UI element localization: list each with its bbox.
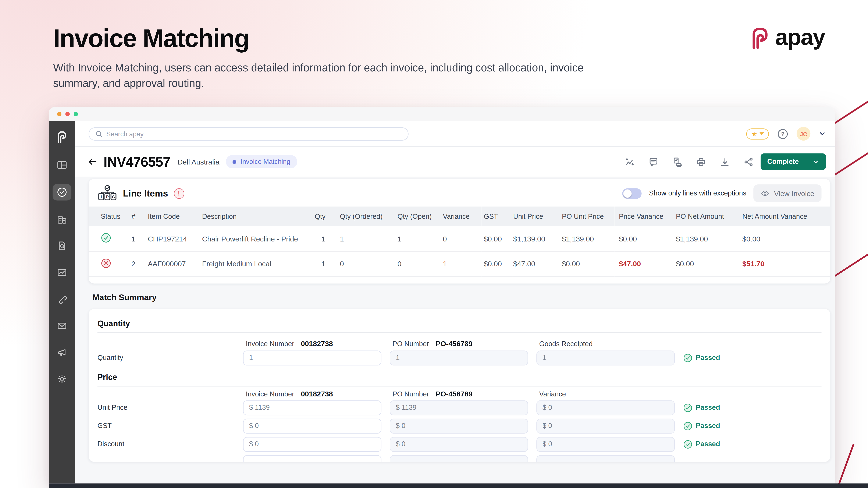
view-invoice-button[interactable]: View Invoice (753, 184, 822, 202)
third-value-input[interactable]: 1 (536, 350, 675, 365)
invoice-number-header: Invoice Number00182738 (243, 390, 381, 398)
cell-unit_price: $1,139.00 (513, 226, 561, 251)
sidebar-item-integrations[interactable] (53, 291, 71, 307)
po-value-input[interactable]: $ 0 (390, 437, 528, 452)
apay-logo-icon (749, 25, 771, 50)
status-badge: Invoice Matching (226, 155, 297, 168)
row-label: Discount (97, 440, 235, 448)
po-number-header: PO NumberPO-456789 (390, 390, 528, 398)
column-header: Item Code (143, 207, 198, 226)
sidebar-item-dashboard[interactable] (53, 157, 71, 173)
eye-icon (761, 189, 770, 197)
third-value-input[interactable] (536, 455, 675, 461)
share-icon[interactable] (743, 156, 754, 167)
sidebar-item-mail[interactable] (53, 318, 71, 333)
failed-status-icon (101, 258, 111, 268)
column-header: PO Net Amount (675, 207, 742, 226)
comments-icon[interactable] (648, 156, 659, 167)
cell-unit_price: $47.00 (513, 251, 561, 276)
bottom-band (49, 483, 868, 488)
window-control-dot[interactable] (65, 112, 70, 116)
print-icon[interactable] (696, 156, 707, 167)
po-value-input[interactable]: $ 0 (390, 419, 528, 433)
table-row[interactable]: 1CHP197214Chair Powerlift Recline - Prid… (89, 226, 830, 251)
invoice-value-input[interactable]: $ 0 (243, 437, 381, 452)
po-number-header: PO NumberPO-456789 (390, 339, 528, 348)
cell-line: 1 (124, 226, 143, 251)
sidebar-item-matching[interactable] (53, 184, 71, 200)
marketing-page: Invoice Matching With Invoice Matching, … (0, 0, 868, 488)
cell-gst: $0.00 (482, 251, 513, 276)
column-header: Qty (Ordered) (332, 207, 390, 226)
table-row[interactable]: 2AAF000007Freight Medium Local1001$0.00$… (89, 251, 830, 276)
chevron-down-icon[interactable] (819, 130, 826, 138)
summary-row-partial (97, 455, 822, 461)
passed-badge: Passed (683, 439, 822, 449)
section-header-row: Invoice Number00182738 PO NumberPO-45678… (97, 390, 822, 399)
cell-gst: $0.00 (482, 226, 513, 251)
section-title: Quantity (97, 318, 822, 328)
cell-description: Chair Powerlift Recline - Pride (198, 226, 309, 251)
third-value-input[interactable]: $ 0 (536, 437, 675, 452)
passed-badge: Passed (683, 403, 822, 412)
download-icon[interactable] (720, 156, 730, 167)
window-control-dot[interactable] (57, 112, 61, 116)
goods-receipt-icon[interactable] (672, 156, 683, 167)
po-value-input[interactable] (390, 455, 528, 461)
third-value-input[interactable]: $ 0 (536, 400, 675, 415)
column-header: Qty (Open) (390, 207, 438, 226)
cell-variance: 1 (438, 251, 482, 276)
exceptions-toggle[interactable] (622, 188, 642, 199)
content-area: I P G Line Items ! Show only lines with … (75, 177, 835, 484)
cell-price_variance: $0.00 (615, 226, 675, 251)
invoice-value-input[interactable]: 1 (243, 350, 381, 365)
sidebar-item-document-search[interactable] (53, 238, 71, 253)
window-control-dot[interactable] (73, 112, 78, 116)
sidebar-item-settings[interactable] (53, 371, 71, 387)
favorites-button[interactable]: ★ (746, 128, 769, 139)
help-icon[interactable]: ? (777, 128, 788, 139)
sidebar-apay-logo-icon[interactable] (56, 130, 68, 144)
search-input[interactable]: Search apay (89, 127, 409, 141)
cell-qty: 1 (309, 226, 332, 251)
decorative-line (832, 444, 854, 488)
cell-po_unit_price: $0.00 (561, 251, 615, 276)
app-topbar: Search apay ★ ? JC (75, 121, 835, 147)
cell-po_net_amount: $0.00 (675, 251, 742, 276)
brand-logo: apay (749, 24, 825, 51)
invoice-value-input[interactable]: $ 1139 (243, 400, 381, 415)
po-value-input[interactable]: $ 1139 (390, 400, 528, 415)
section-divider (97, 332, 822, 333)
status-cell (89, 251, 124, 276)
cell-description: Freight Medium Local (198, 251, 309, 276)
complete-button[interactable]: Complete (761, 153, 826, 170)
cell-qty_open: 1 (390, 226, 438, 251)
cell-qty_ordered: 1 (332, 226, 390, 251)
passed-status-icon (101, 233, 111, 243)
svg-text:I: I (101, 194, 102, 199)
back-button[interactable] (88, 157, 97, 166)
invoice-value-input[interactable]: $ 0 (243, 419, 381, 433)
column-header: Variance (438, 207, 482, 226)
invoice-number-header: Invoice Number00182738 (243, 339, 381, 348)
brand-name: apay (775, 24, 825, 51)
ai-insights-icon[interactable] (624, 156, 635, 167)
third-column-header: Variance (536, 390, 675, 398)
passed-check-icon (683, 353, 692, 362)
po-value-input[interactable]: 1 (390, 350, 528, 365)
line-items-card: I P G Line Items ! Show only lines with … (89, 179, 830, 283)
exception-alert-icon: ! (174, 188, 184, 199)
section-divider (97, 386, 822, 386)
user-avatar[interactable]: JC (797, 127, 810, 141)
cell-line: 2 (124, 251, 143, 276)
summary-section-price: Price Invoice Number00182738 PO NumberPO… (97, 372, 822, 462)
match-summary-title: Match Summary (92, 292, 830, 301)
sidebar-item-announcements[interactable] (53, 344, 71, 360)
sidebar-item-reports[interactable] (53, 265, 71, 280)
third-value-input[interactable]: $ 0 (536, 419, 675, 433)
invoice-value-input[interactable] (243, 455, 381, 461)
summary-row-unit-price: Unit Price$ 1139$ 1139$ 0Passed (97, 400, 822, 415)
search-icon (96, 130, 102, 137)
sidebar-item-company[interactable] (53, 212, 71, 227)
svg-text:P: P (106, 194, 109, 199)
